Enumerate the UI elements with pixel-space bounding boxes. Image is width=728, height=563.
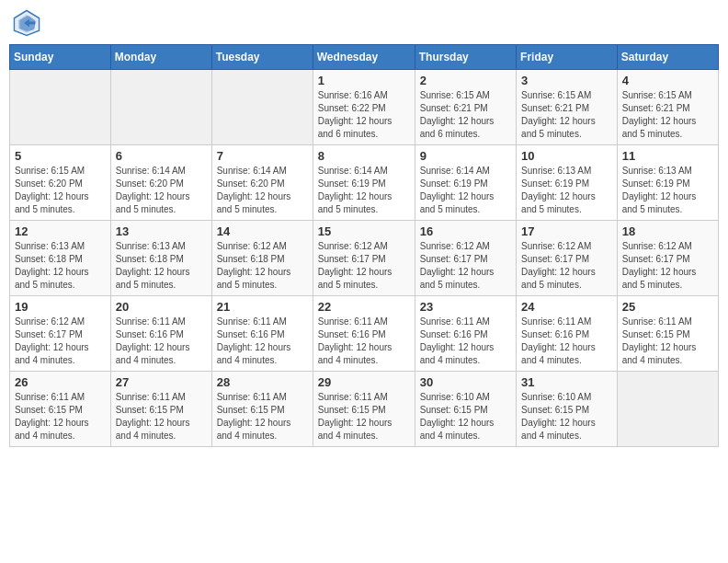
calendar-cell: 22Sunrise: 6:11 AM Sunset: 6:16 PM Dayli…	[313, 296, 415, 372]
cell-content: 13Sunrise: 6:13 AM Sunset: 6:18 PM Dayli…	[116, 224, 207, 292]
cell-content: 18Sunrise: 6:12 AM Sunset: 6:17 PM Dayli…	[622, 224, 713, 292]
cell-content: 1Sunrise: 6:16 AM Sunset: 6:22 PM Daylig…	[318, 74, 410, 141]
day-info: Sunrise: 6:11 AM Sunset: 6:16 PM Dayligh…	[116, 316, 207, 367]
day-number: 2	[420, 74, 511, 87]
day-number: 13	[116, 224, 207, 238]
day-info: Sunrise: 6:12 AM Sunset: 6:17 PM Dayligh…	[521, 240, 612, 292]
day-number: 3	[521, 74, 612, 87]
day-number: 20	[116, 300, 207, 314]
day-info: Sunrise: 6:13 AM Sunset: 6:19 PM Dayligh…	[521, 165, 612, 216]
day-number: 1	[318, 74, 410, 87]
calendar-cell: 4Sunrise: 6:15 AM Sunset: 6:21 PM Daylig…	[617, 70, 718, 145]
cell-content: 31Sunrise: 6:10 AM Sunset: 6:15 PM Dayli…	[521, 375, 612, 442]
day-number: 14	[217, 224, 308, 238]
day-number: 22	[318, 300, 410, 314]
calendar-week-1: 1Sunrise: 6:16 AM Sunset: 6:22 PM Daylig…	[10, 70, 719, 145]
cell-content: 5Sunrise: 6:15 AM Sunset: 6:20 PM Daylig…	[15, 149, 106, 216]
cell-content: 28Sunrise: 6:11 AM Sunset: 6:15 PM Dayli…	[217, 375, 308, 442]
day-number: 12	[15, 224, 106, 238]
cell-content: 24Sunrise: 6:11 AM Sunset: 6:16 PM Dayli…	[521, 300, 612, 367]
day-number: 16	[420, 224, 511, 238]
calendar-cell: 28Sunrise: 6:11 AM Sunset: 6:15 PM Dayli…	[211, 372, 313, 447]
day-info: Sunrise: 6:12 AM Sunset: 6:18 PM Dayligh…	[217, 240, 308, 292]
cell-content: 15Sunrise: 6:12 AM Sunset: 6:17 PM Dayli…	[318, 224, 410, 292]
calendar-cell	[617, 372, 718, 447]
calendar-cell: 13Sunrise: 6:13 AM Sunset: 6:18 PM Dayli…	[110, 221, 211, 296]
cell-content: 14Sunrise: 6:12 AM Sunset: 6:18 PM Dayli…	[217, 224, 308, 292]
day-info: Sunrise: 6:10 AM Sunset: 6:15 PM Dayligh…	[521, 391, 612, 442]
calendar-cell: 25Sunrise: 6:11 AM Sunset: 6:15 PM Dayli…	[617, 296, 718, 372]
cell-content: 19Sunrise: 6:12 AM Sunset: 6:17 PM Dayli…	[15, 300, 106, 367]
calendar-cell: 11Sunrise: 6:13 AM Sunset: 6:19 PM Dayli…	[617, 145, 718, 221]
weekday-header-sunday: Sunday	[10, 45, 111, 70]
calendar-cell	[10, 70, 111, 145]
cell-content: 21Sunrise: 6:11 AM Sunset: 6:16 PM Dayli…	[217, 300, 308, 367]
weekday-header-saturday: Saturday	[617, 45, 718, 70]
cell-content: 27Sunrise: 6:11 AM Sunset: 6:15 PM Dayli…	[116, 375, 207, 442]
day-info: Sunrise: 6:16 AM Sunset: 6:22 PM Dayligh…	[318, 89, 410, 141]
day-number: 19	[15, 300, 106, 314]
day-number: 10	[521, 149, 612, 163]
weekday-header-monday: Monday	[110, 45, 211, 70]
calendar-cell: 21Sunrise: 6:11 AM Sunset: 6:16 PM Dayli…	[211, 296, 313, 372]
weekday-header-friday: Friday	[517, 45, 618, 70]
day-info: Sunrise: 6:14 AM Sunset: 6:20 PM Dayligh…	[217, 165, 308, 216]
calendar-week-2: 5Sunrise: 6:15 AM Sunset: 6:20 PM Daylig…	[10, 145, 719, 221]
day-info: Sunrise: 6:11 AM Sunset: 6:16 PM Dayligh…	[521, 316, 612, 367]
day-info: Sunrise: 6:11 AM Sunset: 6:15 PM Dayligh…	[318, 391, 410, 442]
calendar-cell: 29Sunrise: 6:11 AM Sunset: 6:15 PM Dayli…	[313, 372, 415, 447]
calendar-cell: 2Sunrise: 6:15 AM Sunset: 6:21 PM Daylig…	[415, 70, 516, 145]
cell-content: 2Sunrise: 6:15 AM Sunset: 6:21 PM Daylig…	[420, 74, 511, 141]
day-info: Sunrise: 6:12 AM Sunset: 6:17 PM Dayligh…	[318, 240, 410, 292]
day-number: 6	[116, 149, 207, 163]
cell-content: 17Sunrise: 6:12 AM Sunset: 6:17 PM Dayli…	[521, 224, 612, 292]
cell-content: 6Sunrise: 6:14 AM Sunset: 6:20 PM Daylig…	[116, 149, 207, 216]
cell-content: 9Sunrise: 6:14 AM Sunset: 6:19 PM Daylig…	[420, 149, 511, 216]
day-number: 30	[420, 375, 511, 389]
calendar-cell: 24Sunrise: 6:11 AM Sunset: 6:16 PM Dayli…	[517, 296, 618, 372]
calendar-cell: 27Sunrise: 6:11 AM Sunset: 6:15 PM Dayli…	[110, 372, 211, 447]
day-info: Sunrise: 6:11 AM Sunset: 6:15 PM Dayligh…	[15, 391, 106, 442]
day-info: Sunrise: 6:13 AM Sunset: 6:18 PM Dayligh…	[116, 240, 207, 292]
day-number: 31	[521, 375, 612, 389]
calendar-cell: 9Sunrise: 6:14 AM Sunset: 6:19 PM Daylig…	[415, 145, 516, 221]
cell-content: 12Sunrise: 6:13 AM Sunset: 6:18 PM Dayli…	[15, 224, 106, 292]
calendar-cell: 19Sunrise: 6:12 AM Sunset: 6:17 PM Dayli…	[10, 296, 111, 372]
day-info: Sunrise: 6:14 AM Sunset: 6:19 PM Dayligh…	[420, 165, 511, 216]
calendar-cell: 3Sunrise: 6:15 AM Sunset: 6:21 PM Daylig…	[517, 70, 618, 145]
day-info: Sunrise: 6:14 AM Sunset: 6:19 PM Dayligh…	[318, 165, 410, 216]
calendar-cell	[211, 70, 313, 145]
logo-icon	[13, 9, 40, 37]
day-number: 4	[622, 74, 713, 87]
calendar-cell	[110, 70, 211, 145]
day-number: 5	[15, 149, 106, 163]
weekday-header-wednesday: Wednesday	[313, 45, 415, 70]
calendar-cell: 1Sunrise: 6:16 AM Sunset: 6:22 PM Daylig…	[313, 70, 415, 145]
calendar-cell: 8Sunrise: 6:14 AM Sunset: 6:19 PM Daylig…	[313, 145, 415, 221]
weekday-row: SundayMondayTuesdayWednesdayThursdayFrid…	[10, 45, 719, 70]
cell-content: 10Sunrise: 6:13 AM Sunset: 6:19 PM Dayli…	[521, 149, 612, 216]
cell-content: 20Sunrise: 6:11 AM Sunset: 6:16 PM Dayli…	[116, 300, 207, 367]
day-number: 7	[217, 149, 308, 163]
day-info: Sunrise: 6:15 AM Sunset: 6:20 PM Dayligh…	[15, 165, 106, 216]
day-number: 28	[217, 375, 308, 389]
calendar-week-4: 19Sunrise: 6:12 AM Sunset: 6:17 PM Dayli…	[10, 296, 719, 372]
cell-content: 4Sunrise: 6:15 AM Sunset: 6:21 PM Daylig…	[622, 74, 713, 141]
day-number: 9	[420, 149, 511, 163]
calendar-cell: 12Sunrise: 6:13 AM Sunset: 6:18 PM Dayli…	[10, 221, 111, 296]
calendar-table: SundayMondayTuesdayWednesdayThursdayFrid…	[9, 44, 719, 447]
day-number: 18	[622, 224, 713, 238]
cell-content: 3Sunrise: 6:15 AM Sunset: 6:21 PM Daylig…	[521, 74, 612, 141]
calendar-cell: 20Sunrise: 6:11 AM Sunset: 6:16 PM Dayli…	[110, 296, 211, 372]
day-info: Sunrise: 6:12 AM Sunset: 6:17 PM Dayligh…	[622, 240, 713, 292]
day-number: 23	[420, 300, 511, 314]
day-info: Sunrise: 6:13 AM Sunset: 6:18 PM Dayligh…	[15, 240, 106, 292]
cell-content: 25Sunrise: 6:11 AM Sunset: 6:15 PM Dayli…	[622, 300, 713, 367]
day-number: 27	[116, 375, 207, 389]
page-header	[9, 9, 719, 37]
cell-content: 30Sunrise: 6:10 AM Sunset: 6:15 PM Dayli…	[420, 375, 511, 442]
logo	[13, 9, 44, 37]
calendar-cell: 17Sunrise: 6:12 AM Sunset: 6:17 PM Dayli…	[517, 221, 618, 296]
cell-content: 8Sunrise: 6:14 AM Sunset: 6:19 PM Daylig…	[318, 149, 410, 216]
day-number: 24	[521, 300, 612, 314]
